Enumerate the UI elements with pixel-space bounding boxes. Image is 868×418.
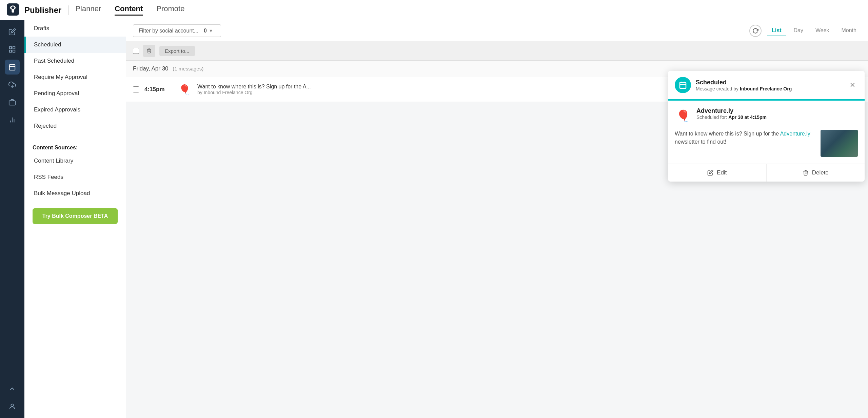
- popup-actions: Edit Delete: [668, 164, 865, 182]
- svg-point-14: [11, 404, 13, 406]
- content-toolbar: Filter by social account... 0 ▾ List Day…: [126, 20, 868, 41]
- delete-label: Delete: [812, 169, 829, 176]
- svg-rect-5: [13, 47, 15, 49]
- view-tabs: List Day Week Month: [767, 25, 861, 36]
- select-toolbar: Export to...: [126, 41, 868, 61]
- filter-by-social-account-button[interactable]: Filter by social account... 0 ▾: [133, 24, 221, 37]
- nav-item-rss-feeds[interactable]: RSS Feeds: [24, 169, 126, 185]
- filter-count: 0: [204, 28, 207, 34]
- popup-header-text: Scheduled Message created by Inbound Fre…: [696, 79, 842, 91]
- popup-image: [821, 130, 858, 157]
- popup-calendar-icon: [675, 77, 691, 93]
- inbox-icon-btn[interactable]: [5, 77, 20, 92]
- nav-divider: [68, 5, 68, 15]
- schedule-for: Scheduled for: Apr 30 at 4:15pm: [696, 114, 767, 120]
- svg-point-2: [12, 6, 15, 9]
- nav-item-scheduled[interactable]: Scheduled: [24, 37, 126, 53]
- select-all-checkbox[interactable]: [133, 48, 139, 54]
- bulk-composer-button[interactable]: Try Bulk Composer BETA: [33, 208, 118, 224]
- svg-rect-15: [680, 82, 686, 88]
- content-area: Filter by social account... 0 ▾ List Day…: [126, 20, 868, 418]
- scheduled-popup: Scheduled Message created by Inbound Fre…: [668, 71, 865, 182]
- scheduled-time: Apr 30 at 4:15pm: [728, 114, 767, 120]
- delete-selected-button[interactable]: [143, 45, 155, 57]
- chevron-up-icon-btn[interactable]: [5, 381, 20, 396]
- popup-account-avatar: 🎈: [675, 107, 692, 124]
- popup-overlay: Scheduled Message created by Inbound Fre…: [126, 61, 868, 418]
- promote-link[interactable]: Promote: [156, 4, 184, 16]
- svg-rect-6: [9, 50, 12, 52]
- account-name: Adventure.ly: [696, 107, 767, 114]
- tab-week[interactable]: Week: [811, 25, 834, 36]
- top-nav-links: Planner Content Promote: [75, 4, 184, 16]
- svg-rect-3: [12, 9, 14, 13]
- briefcase-icon-btn[interactable]: [5, 95, 20, 110]
- chevron-down-icon: ▾: [210, 27, 212, 34]
- tab-list[interactable]: List: [767, 25, 786, 36]
- nav-item-expired-approvals[interactable]: Expired Approvals: [24, 102, 126, 118]
- popup-message: Want to know where this is? Sign up for …: [675, 130, 858, 157]
- refresh-button[interactable]: [749, 25, 762, 37]
- filter-placeholder: Filter by social account...: [139, 28, 198, 34]
- popup-link[interactable]: Adventure.ly: [780, 131, 810, 137]
- nav-item-content-library[interactable]: Content Library: [24, 153, 126, 169]
- popup-message-text: Want to know where this is? Sign up for …: [675, 130, 816, 146]
- nav-divider: [24, 137, 126, 137]
- nav-item-require-approval[interactable]: Require My Approval: [24, 69, 126, 85]
- list-area: Friday, Apr 30 (1 messages) 4:15pm 🎈 Wan…: [126, 61, 868, 418]
- tab-month[interactable]: Month: [837, 25, 861, 36]
- popup-account: 🎈 Adventure.ly Scheduled for: Apr 30 at …: [675, 107, 858, 124]
- edit-label: Edit: [717, 169, 727, 176]
- publisher-title: Publisher: [24, 5, 61, 15]
- analytics-icon-btn[interactable]: [5, 112, 20, 127]
- icon-sidebar: [0, 20, 24, 418]
- svg-rect-7: [13, 50, 15, 52]
- svg-rect-4: [9, 47, 12, 49]
- delete-button[interactable]: Delete: [767, 164, 865, 182]
- export-button[interactable]: Export to...: [159, 46, 195, 56]
- popup-subtitle: Message created by Inbound Freelance Org: [696, 86, 842, 91]
- popup-account-info: Adventure.ly Scheduled for: Apr 30 at 4:…: [696, 107, 767, 120]
- nav-item-rejected[interactable]: Rejected: [24, 118, 126, 134]
- content-sources-header: Content Sources:: [24, 140, 126, 153]
- svg-rect-10: [9, 101, 15, 105]
- nav-item-bulk-message-upload[interactable]: Bulk Message Upload: [24, 185, 126, 202]
- calendar-icon-btn[interactable]: [5, 60, 20, 75]
- popup-body: 🎈 Adventure.ly Scheduled for: Apr 30 at …: [668, 101, 865, 164]
- content-link[interactable]: Content: [115, 4, 143, 16]
- nav-item-past-scheduled[interactable]: Past Scheduled: [24, 53, 126, 69]
- hootsuite-logo: [7, 3, 19, 17]
- dashboard-icon-btn[interactable]: [5, 42, 20, 57]
- user-avatar-btn[interactable]: [5, 399, 20, 414]
- svg-rect-8: [9, 65, 15, 70]
- nav-item-pending-approval[interactable]: Pending Approval: [24, 85, 126, 102]
- planner-link[interactable]: Planner: [75, 4, 101, 16]
- popup-header: Scheduled Message created by Inbound Fre…: [668, 71, 865, 101]
- popup-close-button[interactable]: ✕: [847, 80, 858, 90]
- nav-item-drafts[interactable]: Drafts: [24, 20, 126, 37]
- popup-title: Scheduled: [696, 79, 842, 86]
- compose-icon-btn[interactable]: [5, 24, 20, 39]
- edit-button[interactable]: Edit: [668, 164, 767, 182]
- tab-day[interactable]: Day: [789, 25, 808, 36]
- left-nav: Drafts Scheduled Past Scheduled Require …: [24, 20, 126, 418]
- popup-org: Inbound Freelance Org: [740, 86, 792, 91]
- view-controls: List Day Week Month: [749, 25, 861, 37]
